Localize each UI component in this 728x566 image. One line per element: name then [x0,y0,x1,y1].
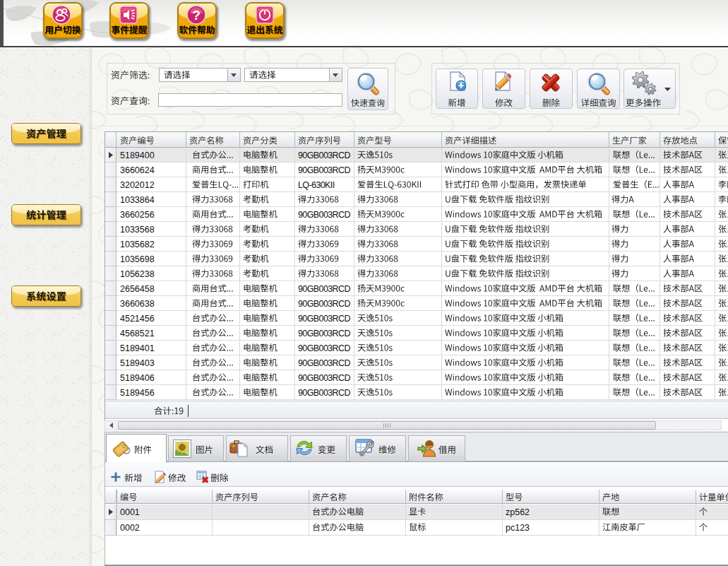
svg-text:?: ? [192,8,201,23]
